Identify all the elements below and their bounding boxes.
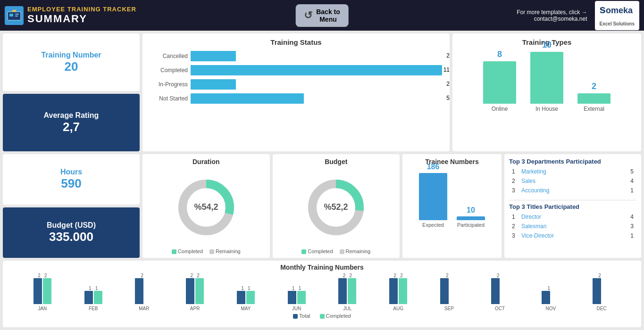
hours-value: 590 (61, 176, 81, 191)
back-arrow-icon: ↺ (304, 9, 312, 22)
budget-card: Budget (USD) 335.000 (3, 207, 140, 258)
budget-value: 335.000 (49, 230, 93, 244)
main-content: Training Number 20 Average Rating 2,7 Tr… (0, 31, 644, 330)
app-header: EMPLOYEE TRAINING TRACKER SUMMARY ↺ Back… (0, 0, 644, 31)
logo-area: EMPLOYEE TRAINING TRACKER SUMMARY (5, 6, 136, 25)
bar-inprogress: In-Progress 2 (150, 79, 442, 90)
month-aug: 22 AUG (373, 273, 424, 311)
month-dec: 2 DEC (576, 273, 627, 311)
svg-rect-1 (9, 14, 13, 16)
duration-card: Duration %54,2 Completed Remaining (142, 154, 270, 258)
monthly-chart: 22 JAN 11 FEB 2 (8, 273, 636, 311)
back-to-menu-button[interactable]: ↺ Back toMenu (295, 4, 349, 27)
month-sep: 2 SEP (424, 273, 475, 311)
top-row: Training Number 20 Average Rating 2,7 Tr… (3, 33, 641, 151)
table-row: 3 Vice-Director 1 (509, 231, 636, 240)
monthly-training-card: Monthly Training Numbers 22 JAN 11 FEB (3, 261, 641, 327)
trainee-participated: 10 Participated (457, 206, 485, 228)
back-btn-area[interactable]: ↺ Back toMenu (295, 4, 349, 27)
month-apr: 22 APR (169, 273, 220, 311)
hours-label: Hours (60, 168, 82, 176)
header-more-text: For more templates, click → contact@some… (517, 9, 587, 22)
avg-rating-card: Average Rating 2,7 (3, 94, 140, 151)
left-stats-mid: Hours 590 Budget (USD) 335.000 (3, 154, 140, 258)
back-label: Back toMenu (316, 8, 340, 23)
svg-rect-4 (12, 10, 16, 12)
divider (509, 200, 636, 200)
month-feb: 11 FEB (68, 286, 119, 311)
left-stats-panel: Training Number 20 Average Rating 2,7 (3, 33, 140, 151)
training-status-title: Training Status (150, 38, 442, 46)
table-row: 2 Salesman 3 (509, 222, 636, 231)
bar-notstarted: Not Started 5 (150, 93, 442, 104)
month-mar: 2 MAR (119, 273, 170, 311)
type-online: 8 Online (483, 50, 516, 112)
duration-title: Duration (192, 158, 220, 165)
svg-text:%54,2: %54,2 (194, 202, 218, 212)
month-oct: 2 OCT (475, 273, 526, 311)
trainee-expected: 186 Expected (419, 163, 447, 228)
hours-card: Hours 590 (3, 154, 140, 205)
app-icon (5, 6, 24, 25)
trainee-numbers-card: Trainee Numbers 186 Expected 10 Particip… (402, 154, 502, 258)
budget-label: Budget (USD) (47, 221, 96, 230)
app-title: EMPLOYEE TRAINING TRACKER (27, 6, 136, 13)
month-jan: 22 JAN (17, 273, 68, 311)
bar-completed: Completed 11 (150, 65, 442, 75)
mid-row: Hours 590 Budget (USD) 335.000 Duration … (3, 154, 641, 258)
training-status-card: Training Status Cancelled 2 Completed 11 (142, 33, 450, 151)
page-title: SUMMARY (27, 13, 136, 25)
type-external: 2 External (577, 82, 611, 112)
type-inhouse: 10 In House (530, 40, 563, 112)
avg-rating-value: 2,7 (63, 120, 80, 134)
budget-donut-title: Budget (325, 158, 347, 165)
top3-titles-title: Top 3 Titles Participated (509, 203, 636, 210)
duration-donut: %54,2 (176, 167, 237, 248)
trainee-participated-label: Participated (457, 222, 485, 228)
bar-cancelled: Cancelled 2 (150, 51, 442, 61)
top3-dept-table: 1 Marketing 5 2 Sales 4 3 Accounting 1 (509, 167, 636, 195)
trainee-expected-value: 186 (427, 163, 440, 171)
trainee-expected-label: Expected (422, 222, 444, 228)
trainee-bars: 186 Expected 10 Participated (419, 171, 485, 228)
training-types-chart: 8 Online 10 In House 2 External (483, 56, 611, 112)
svg-text:%52,2: %52,2 (324, 202, 348, 212)
header-right: For more templates, click → contact@some… (517, 1, 639, 30)
trainee-participated-value: 10 (467, 206, 475, 214)
monthly-legend: Total Completed (8, 313, 636, 319)
budget-legend: Completed Remaining (301, 248, 370, 254)
budget-donut-card: Budget %52,2 Completed Remaining (273, 154, 400, 258)
avg-rating-label: Average Rating (44, 111, 99, 120)
month-jul: 22 JUL (322, 273, 373, 311)
top3-panel: Top 3 Departments Participated 1 Marketi… (504, 154, 641, 258)
month-may: 11 MAY (220, 286, 271, 311)
budget-donut: %52,2 (305, 167, 367, 248)
training-number-label: Training Number (41, 51, 101, 59)
training-status-bars: Cancelled 2 Completed 11 In-Prog (150, 51, 442, 104)
training-number-card: Training Number 20 (3, 33, 140, 91)
someka-brand: someka Excel Solutions (595, 1, 639, 30)
table-row: 3 Accounting 1 (509, 186, 636, 195)
top3-dept-title: Top 3 Departments Participated (509, 158, 636, 165)
svg-rect-2 (15, 14, 19, 15)
training-number-value: 20 (65, 59, 78, 74)
monthly-title: Monthly Training Numbers (8, 264, 636, 271)
table-row: 1 Marketing 5 (509, 167, 636, 176)
month-nov: 1 NOV (526, 286, 577, 311)
svg-rect-3 (15, 16, 18, 16)
duration-legend: Completed Remaining (172, 248, 241, 254)
title-area: EMPLOYEE TRAINING TRACKER SUMMARY (27, 6, 136, 25)
month-jun: 11 JUN (271, 286, 322, 311)
table-row: 2 Sales 4 (509, 176, 636, 186)
top3-titles-table: 1 Director 4 2 Salesman 3 3 Vice-Directo… (509, 212, 636, 240)
training-types-card: Training Types 8 Online 10 In House 2 (452, 33, 641, 151)
table-row: 1 Director 4 (509, 212, 636, 222)
